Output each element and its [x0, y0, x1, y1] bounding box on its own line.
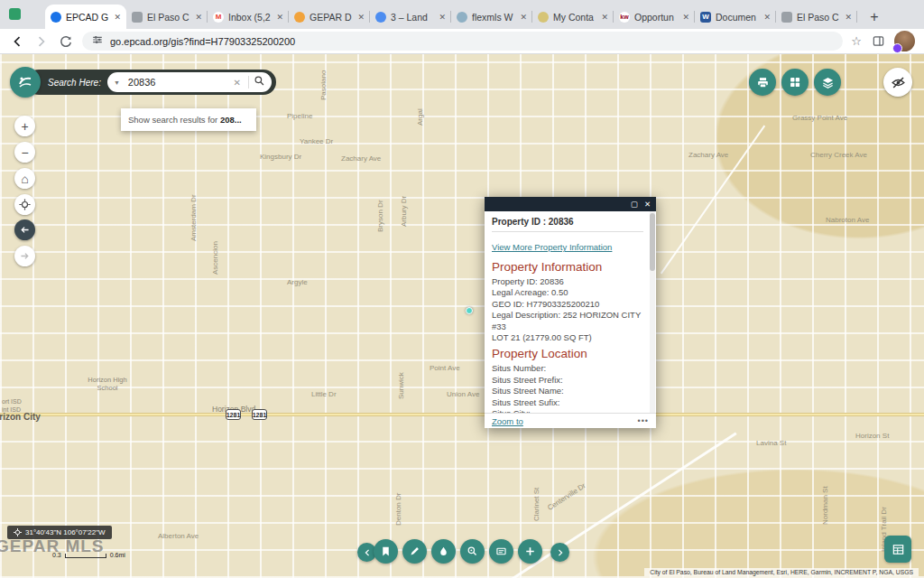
- tab-close-icon[interactable]: ✕: [601, 13, 608, 22]
- tab-close-icon[interactable]: ✕: [845, 13, 852, 22]
- selected-parcel-marker[interactable]: [466, 307, 473, 314]
- popup-maximize-icon[interactable]: ▢: [631, 200, 638, 208]
- route-shield: 1281: [252, 409, 267, 420]
- next-extent-button[interactable]: [14, 246, 35, 266]
- property-row: Situs City:: [492, 408, 643, 413]
- tab-close-icon[interactable]: ✕: [114, 13, 121, 22]
- basemap-grid-button[interactable]: [781, 69, 808, 96]
- property-row: Situs Street Name:: [492, 386, 643, 396]
- new-tab-button[interactable]: +: [864, 7, 884, 27]
- isd-label: int ISD: [2, 406, 21, 413]
- draw-button[interactable]: [402, 539, 427, 564]
- window-app-icon: [9, 8, 21, 20]
- tab-flexmls[interactable]: flexmls W ✕: [451, 5, 532, 29]
- chevron-down-icon[interactable]: ▼: [114, 79, 120, 86]
- scale-bar: 0.3 0.6mi: [52, 552, 125, 558]
- search-location-button[interactable]: [460, 539, 485, 564]
- tab-close-icon[interactable]: ✕: [520, 13, 527, 22]
- tab-label: My Conta: [553, 12, 598, 23]
- search-suggestion[interactable]: Show search results for 208...: [121, 108, 256, 131]
- tab-close-icon[interactable]: ✕: [763, 13, 771, 22]
- property-location-heading: Property Location: [492, 347, 643, 360]
- tab-inbox[interactable]: M Inbox (5,2 ✕: [208, 5, 289, 29]
- tab-label: El Paso C: [147, 12, 192, 23]
- tab-land[interactable]: 3 – Land ✕: [370, 5, 451, 29]
- site-settings-icon[interactable]: [91, 33, 104, 50]
- kw-icon: kw: [619, 12, 630, 23]
- bookmarks-button[interactable]: [374, 539, 398, 564]
- home-button[interactable]: ⌂: [14, 168, 35, 189]
- tab-close-icon[interactable]: ✕: [276, 13, 283, 22]
- street-label: Amsterdam Dr: [189, 194, 198, 241]
- horizon-blvd-road: [0, 413, 924, 416]
- search-icon[interactable]: [254, 74, 265, 90]
- diagonal-road: [508, 433, 736, 578]
- tab-document[interactable]: W Documen ✕: [695, 5, 776, 29]
- tab-label: El Paso C: [797, 12, 842, 23]
- url-bar[interactable]: go.epcad.org/gis?find=H77903325200200: [82, 32, 843, 51]
- tab-close-icon[interactable]: ✕: [357, 13, 365, 22]
- results-table-button[interactable]: [884, 536, 911, 563]
- search-input[interactable]: ▼ 20836 ✕: [107, 72, 272, 92]
- street-label: Argyle: [287, 278, 308, 286]
- back-icon[interactable]: [9, 33, 25, 50]
- browser-tab-strip: EPCAD G ✕ El Paso C ✕ M Inbox (5,2 ✕ GEP…: [0, 0, 924, 29]
- side-panel-icon[interactable]: [870, 33, 886, 50]
- tab-close-icon[interactable]: ✕: [682, 13, 689, 22]
- street-label: Bryson Dr: [376, 200, 384, 232]
- add-button[interactable]: [518, 539, 542, 564]
- tab-close-icon[interactable]: ✕: [195, 13, 202, 22]
- clear-search-icon[interactable]: ✕: [231, 78, 244, 88]
- tab-favicon: [294, 12, 305, 23]
- tab-my-contacts[interactable]: My Conta ✕: [532, 5, 614, 29]
- map-canvas[interactable]: Pipeline Yankee Dr Zachary Ave Zachary A…: [0, 54, 924, 578]
- tab-favicon: [375, 12, 386, 23]
- view-more-property-link[interactable]: View More Property Information: [492, 242, 612, 252]
- tab-el-paso-2[interactable]: El Paso C ✕: [776, 5, 857, 29]
- property-row: Property ID: 20836: [492, 276, 643, 287]
- epcad-logo[interactable]: [10, 67, 41, 98]
- ink-tool-button[interactable]: [431, 539, 456, 564]
- street-label: Horizon St: [855, 432, 889, 440]
- tab-gepar[interactable]: GEPAR D ✕: [289, 5, 370, 29]
- hide-ui-button[interactable]: [883, 68, 912, 97]
- property-row: GEO ID: H77903325200210: [492, 299, 643, 310]
- tab-label: Documen: [716, 12, 761, 23]
- tab-close-icon[interactable]: ✕: [439, 13, 446, 22]
- street-label: Zachary Ave: [341, 154, 381, 163]
- street-label: Yankee Dr: [300, 137, 333, 145]
- tab-opportunities[interactable]: kw Opportun ✕: [614, 5, 695, 29]
- results-card-button[interactable]: [489, 539, 513, 564]
- tab-favicon: [51, 12, 61, 23]
- tab-epcad-gis[interactable]: EPCAD G ✕: [45, 5, 126, 29]
- tab-label: Opportun: [634, 12, 679, 23]
- tab-favicon: [781, 12, 792, 23]
- zoom-out-button[interactable]: −: [14, 142, 35, 163]
- street-label: Grassy Point Ave: [792, 114, 847, 122]
- profile-avatar[interactable]: [894, 31, 915, 51]
- layers-button[interactable]: [814, 69, 841, 96]
- street-label: Ascencion: [211, 241, 219, 275]
- zoom-to-link[interactable]: Zoom to: [492, 416, 523, 426]
- property-information-heading: Property Information: [492, 260, 643, 274]
- property-row: Legal Description: 252 HORIZON CITY #33: [492, 310, 643, 332]
- previous-extent-button[interactable]: [14, 219, 35, 240]
- popup-more-options[interactable]: •••: [638, 416, 649, 425]
- popup-title-bar[interactable]: ▢ ✕: [485, 197, 656, 211]
- print-button[interactable]: [749, 69, 776, 96]
- street-label: Point Ave: [430, 364, 460, 372]
- locate-button[interactable]: [14, 194, 35, 215]
- popup-scrollbar[interactable]: [650, 211, 655, 413]
- popup-scrollbar-thumb[interactable]: [650, 213, 655, 271]
- popup-close-icon[interactable]: ✕: [644, 200, 651, 208]
- crosshair-icon: [14, 528, 22, 536]
- bookmark-star-icon[interactable]: ☆: [851, 34, 862, 48]
- expand-toolbar-icon[interactable]: [550, 543, 569, 562]
- street-label: Lavina St: [756, 439, 786, 447]
- search-widget: Search Here: ▼ 20836 ✕ Show search resul…: [10, 67, 281, 130]
- tab-label: flexmls W: [472, 12, 517, 23]
- search-value[interactable]: 20836: [128, 77, 231, 88]
- reload-icon[interactable]: [58, 33, 74, 50]
- forward-icon[interactable]: [33, 33, 50, 50]
- tab-el-paso-1[interactable]: El Paso C ✕: [126, 5, 208, 29]
